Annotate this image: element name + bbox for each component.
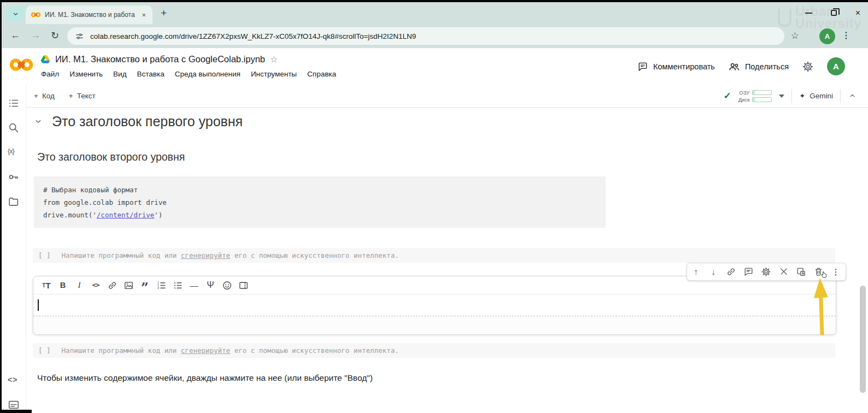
comment-label: Комментировать [653,62,715,71]
browser-tab[interactable]: ИИ. М1. Знакомство и работа × [26,5,153,24]
gemini-sparkle-icon: ✦ [799,92,805,100]
markdown-edit-area[interactable] [33,294,836,316]
runtime-dropdown-icon[interactable] [779,95,784,98]
bookmark-star-icon[interactable]: ☆ [791,30,799,42]
blockquote-icon[interactable]: ” [137,278,153,292]
gemini-button[interactable]: ✦ Gemini [799,92,833,100]
move-cell-up-icon[interactable]: ↑ [687,263,705,280]
video-frame-left [0,0,2,413]
ram-usage-bar [752,90,772,95]
notebook-title[interactable]: ИИ. М1. Знакомство и работа с GoogleCola… [55,54,265,64]
ram-label: ОЗУ [739,90,749,96]
site-info-icon[interactable] [75,32,84,41]
reload-button[interactable]: ↻ [51,30,59,42]
code-line: # Выбран кодовый формат [43,184,596,196]
video-frame-top [0,0,868,2]
content-drive-link[interactable]: /content/drive [97,211,154,219]
secrets-key-icon[interactable] [8,171,20,183]
disk-label: Диск [738,97,750,103]
text-style-icon[interactable]: TT [38,278,55,292]
variables-icon[interactable]: {x} [8,148,20,160]
cell-more-options-icon[interactable]: ⋮ [827,263,844,280]
emoji-icon[interactable] [219,278,235,292]
bulleted-list-icon[interactable] [169,278,186,292]
copy-cell-link-icon[interactable] [722,263,740,280]
star-notebook-icon[interactable]: ☆ [270,54,278,64]
menu-tools[interactable]: Инструменты [251,70,297,78]
generate-link[interactable]: сгенерируйте [181,346,230,355]
cell-placeholder: Напишите программный код или сгенерируйт… [62,346,399,355]
divider [791,89,792,103]
generate-link[interactable]: сгенерируйте [181,251,230,259]
plus-icon: + [69,92,73,100]
new-tab-button[interactable]: + [161,7,167,19]
browser-menu-icon[interactable]: ⋮ [842,30,851,40]
code-snippets-icon[interactable]: <> [8,375,20,387]
bold-icon[interactable]: B [55,278,71,292]
empty-code-cell[interactable]: [ ] Напишите программный код или сгенери… [33,248,835,263]
numbered-list-icon[interactable] [153,278,169,292]
plus-icon: + [34,92,38,100]
tab-title: ИИ. М1. Знакомство и работа [45,11,140,19]
share-button[interactable]: Поделиться [728,61,789,73]
latex-icon[interactable]: Ψ [202,278,219,292]
add-code-label: Код [42,92,55,100]
window-close-button[interactable]: × [855,9,860,16]
close-editor-icon[interactable] [775,263,792,280]
window-controls: × [805,9,860,16]
menu-runtime[interactable]: Среда выполнения [175,70,241,78]
restore-button[interactable] [831,10,837,16]
vertical-scrollbar[interactable] [860,286,866,393]
mirror-cell-in-tab-icon[interactable] [792,263,810,280]
resources-widget[interactable]: ОЗУ Диск [738,90,772,103]
insert-link-icon[interactable] [104,278,120,292]
section-collapse-icon[interactable] [33,116,43,126]
insert-image-icon[interactable] [120,278,137,292]
url-bar[interactable]: colab.research.google.com/drive/1ZZ67X2p… [67,27,784,45]
heading-level1[interactable]: Это заголовок первого уровня [52,114,243,129]
table-of-contents-icon[interactable] [8,97,20,109]
settings-gear-icon[interactable] [802,61,814,73]
heading-level2[interactable]: Это заголовок второго уровня [37,151,185,163]
code-cell[interactable]: # Выбран кодовый формат from google.cola… [34,176,606,228]
video-frame-corner [0,410,32,413]
delete-cell-icon[interactable] [810,263,827,280]
code-format-icon[interactable]: <> [87,278,104,292]
tab-search-button[interactable] [7,7,25,21]
files-folder-icon[interactable] [8,196,20,208]
account-avatar[interactable]: A [827,57,845,75]
add-code-button[interactable]: + Код [34,92,55,100]
divider [840,89,841,103]
menu-help[interactable]: Справка [307,70,336,78]
preview-layout-icon[interactable] [235,278,251,292]
forward-button[interactable]: → [31,30,40,41]
menu-file[interactable]: Файл [41,70,59,78]
markdown-preview-area[interactable] [33,316,836,334]
back-button[interactable]: ← [10,30,20,41]
collapse-toolbar-icon[interactable] [848,91,857,101]
minimize-button[interactable] [805,13,812,14]
browser-profile-avatar[interactable]: A [819,28,835,44]
colab-logo[interactable] [9,57,34,72]
empty-code-cell[interactable]: [ ] Напишите программный код или сгенери… [33,343,835,358]
cell-toolbar: ↑ ↓ ⋮ [687,263,846,281]
notebook-toolbar: + Код + Текст ✓ ОЗУ Диск [26,85,868,108]
menu-edit[interactable]: Изменить [69,70,103,78]
italic-icon[interactable]: I [71,278,87,292]
code-line: drive.mount('/content/drive') [43,209,596,221]
share-label: Поделиться [745,62,789,71]
markdown-cell-editor: TT B I <> ” — Ψ [33,276,836,335]
horizontal-rule-icon[interactable]: — [186,278,202,292]
tab-close-icon[interactable]: × [140,11,148,19]
cell-run-brackets: [ ] [38,251,51,259]
comment-button[interactable]: Комментировать [637,61,715,72]
terminal-icon[interactable] [8,399,20,411]
cell-settings-gear-icon[interactable] [757,263,775,280]
search-icon[interactable] [8,122,20,134]
add-comment-icon[interactable] [740,263,757,280]
text-caret [38,299,39,311]
move-cell-down-icon[interactable]: ↓ [705,263,722,280]
menu-view[interactable]: Вид [113,70,126,78]
menu-insert[interactable]: Вставка [137,70,165,78]
add-text-button[interactable]: + Текст [69,92,96,100]
